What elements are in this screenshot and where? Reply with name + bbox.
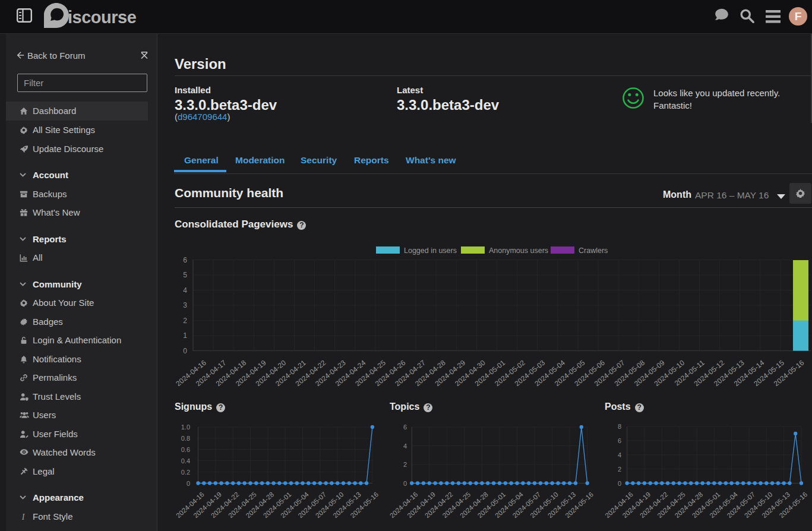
- svg-text:0: 0: [403, 480, 407, 487]
- svg-text:I: I: [21, 513, 26, 521]
- svg-text:0.4: 0.4: [181, 457, 190, 464]
- svg-text:Logged in users: Logged in users: [404, 246, 457, 255]
- svg-text:2: 2: [403, 461, 407, 468]
- svg-text:4: 4: [403, 442, 407, 450]
- svg-text:6: 6: [183, 256, 187, 264]
- svg-text:1.0: 1.0: [181, 423, 190, 431]
- svg-text:Crawlers: Crawlers: [579, 246, 608, 255]
- svg-text:6: 6: [403, 423, 407, 431]
- svg-text:0.6: 0.6: [181, 446, 190, 453]
- svg-text:0: 0: [187, 480, 190, 487]
- svg-text:4: 4: [618, 451, 621, 459]
- svg-text:0: 0: [183, 347, 187, 355]
- svg-text:5: 5: [183, 271, 187, 279]
- svg-text:8: 8: [618, 423, 621, 430]
- svg-text:0.8: 0.8: [181, 435, 190, 442]
- svg-text:0: 0: [618, 480, 621, 487]
- svg-text:Anonymous users: Anonymous users: [489, 246, 548, 255]
- svg-text:2: 2: [183, 317, 187, 325]
- svg-text:1: 1: [183, 331, 187, 340]
- svg-text:3: 3: [183, 301, 187, 309]
- svg-text:4: 4: [183, 286, 187, 295]
- svg-text:2: 2: [618, 466, 621, 473]
- svg-text:0.2: 0.2: [181, 469, 190, 476]
- svg-text:6: 6: [618, 437, 621, 444]
